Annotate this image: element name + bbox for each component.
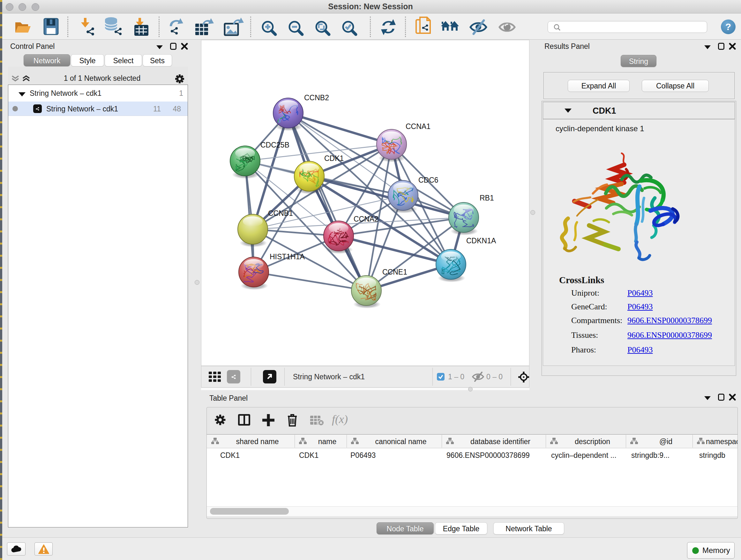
svg-text:CDC25B: CDC25B — [260, 141, 289, 149]
svg-text:HIST1H1A: HIST1H1A — [270, 253, 305, 261]
svg-text:RB1: RB1 — [480, 194, 494, 202]
svg-text:CCNB1: CCNB1 — [268, 209, 293, 217]
svg-text:CCNE1: CCNE1 — [382, 268, 407, 276]
svg-text:CDC6: CDC6 — [418, 176, 439, 184]
svg-text:CCNA1: CCNA1 — [406, 122, 430, 131]
svg-text:CCNA2: CCNA2 — [354, 215, 379, 223]
svg-text:CDK1: CDK1 — [324, 154, 344, 163]
svg-text:CDKN1A: CDKN1A — [466, 237, 496, 245]
svg-text:CCNB2: CCNB2 — [304, 94, 329, 102]
